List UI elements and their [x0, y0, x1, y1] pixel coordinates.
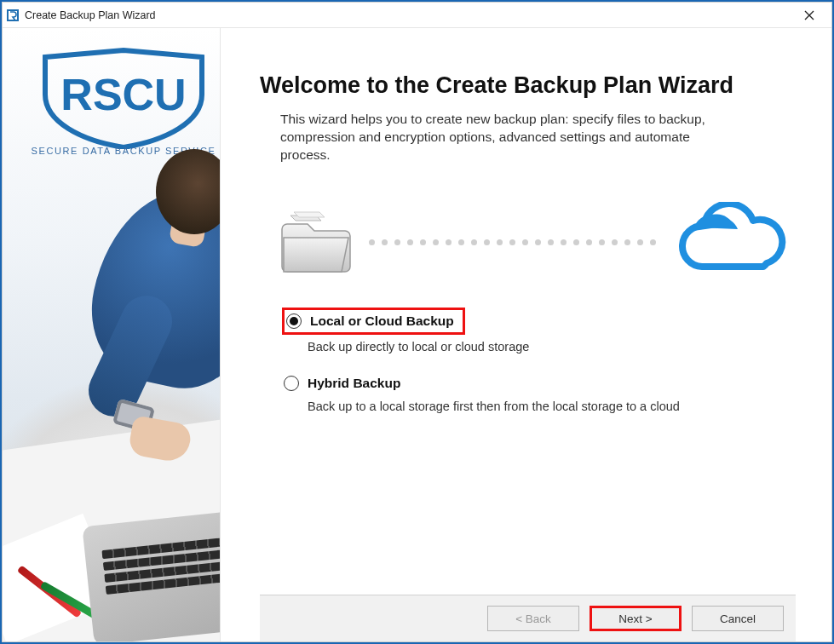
- next-button[interactable]: Next >: [590, 606, 682, 631]
- page-heading: Welcome to the Create Backup Plan Wizard: [260, 72, 796, 99]
- sidebar-illustration: RSCU SECURE DATA BACKUP SERVICE: [3, 28, 221, 641]
- cancel-button[interactable]: Cancel: [692, 606, 784, 631]
- app-icon: [6, 9, 20, 22]
- option-local-cloud-label: Local or Cloud Backup: [310, 313, 454, 329]
- wizard-main: Welcome to the Create Backup Plan Wizard…: [221, 28, 831, 641]
- page-intro: This wizard helps you to create new back…: [260, 111, 737, 164]
- option-hybrid-label: Hybrid Backup: [308, 376, 400, 391]
- dots-connector: [369, 239, 656, 245]
- wizard-body: RSCU SECURE DATA BACKUP SERVICE: [3, 28, 831, 641]
- window-title: Create Backup Plan Wizard: [25, 9, 791, 21]
- close-button[interactable]: [791, 3, 828, 27]
- option-local-cloud: Local or Cloud Backup Back up directly t…: [282, 308, 796, 354]
- wizard-window: Create Backup Plan Wizard RSCU SECURE DA…: [2, 2, 832, 642]
- shield-icon: RSCU: [21, 47, 221, 149]
- back-button: < Back: [487, 606, 579, 631]
- brand-name-text: RSCU: [60, 70, 186, 119]
- decorative-photo: [3, 164, 220, 641]
- radio-local-cloud[interactable]: [286, 313, 302, 329]
- illustration-row: [275, 202, 796, 284]
- titlebar: Create Backup Plan Wizard: [3, 3, 831, 28]
- option-local-cloud-head[interactable]: Local or Cloud Backup: [282, 308, 465, 335]
- wizard-footer: < Back Next > Cancel: [260, 595, 796, 641]
- backup-type-options: Local or Cloud Backup Back up directly t…: [282, 308, 796, 432]
- folder-icon: [275, 207, 357, 279]
- brand-logo: RSCU SECURE DATA BACKUP SERVICE: [21, 47, 221, 156]
- option-hybrid: Hybrid Backup Back up to a local storage…: [282, 372, 796, 413]
- radio-hybrid[interactable]: [284, 376, 299, 391]
- cloud-icon: [668, 202, 796, 284]
- close-icon: [804, 10, 814, 20]
- option-hybrid-desc: Back up to a local storage first then fr…: [308, 400, 796, 413]
- option-local-cloud-desc: Back up directly to local or cloud stora…: [308, 340, 796, 354]
- option-hybrid-head[interactable]: Hybrid Backup: [282, 372, 409, 394]
